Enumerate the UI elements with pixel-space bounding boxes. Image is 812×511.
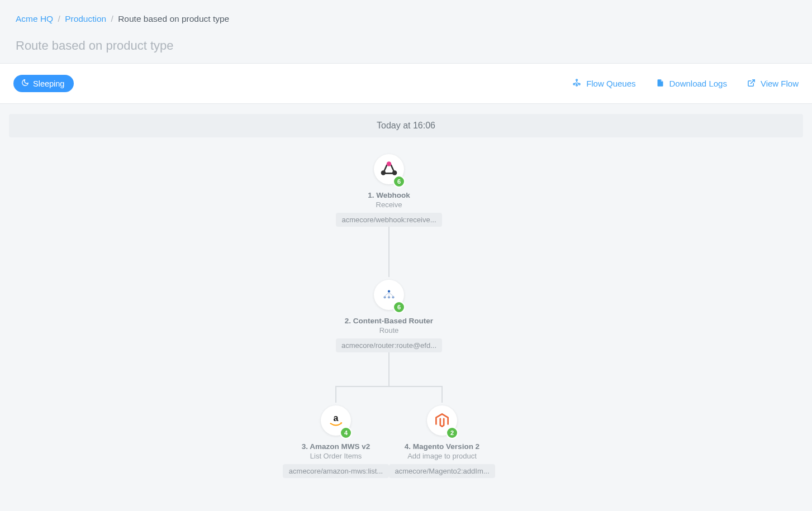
breadcrumb-current: Route based on product type [118, 14, 229, 23]
svg-line-4 [751, 79, 754, 83]
node-amazon[interactable]: a 4 3. Amazon MWS v2 List Order Items ac… [283, 405, 389, 478]
node-chip: acmecore/router:route@efd... [336, 338, 442, 352]
file-icon [656, 79, 664, 89]
node-title: 4. Magento Version 2 [389, 442, 495, 451]
magento-icon: 2 [427, 405, 457, 436]
count-badge: 6 [393, 175, 405, 188]
svg-text:a: a [334, 413, 339, 423]
count-badge: 6 [393, 301, 405, 313]
node-subtitle: Add image to product [389, 452, 495, 460]
svg-point-11 [392, 296, 394, 298]
flow-canvas: 6 1. Webhook Receive acmecore/webhook:re… [9, 143, 803, 500]
webhook-icon: 6 [374, 154, 404, 184]
svg-point-2 [578, 83, 580, 85]
count-badge: 4 [340, 427, 352, 439]
connector-line [388, 227, 390, 277]
external-link-icon [747, 79, 756, 89]
svg-point-7 [392, 170, 397, 175]
node-subtitle: Route [336, 326, 442, 335]
flow-queues-button[interactable]: Flow Queues [572, 78, 635, 89]
breadcrumb-sep: / [111, 14, 113, 23]
share-icon [572, 78, 581, 89]
svg-point-8 [388, 290, 390, 293]
timestamp-row: Today at 16:06 [9, 114, 803, 137]
node-chip: acmecore/amazon-mws:list... [283, 464, 389, 478]
moon-icon [21, 79, 29, 88]
node-title: 1. Webhook [336, 191, 442, 199]
node-chip: acmecore/webhook:receive... [336, 213, 442, 227]
svg-point-3 [576, 84, 578, 86]
connector-line [336, 386, 442, 387]
node-chip: acmecore/Magento2:addIm... [389, 464, 495, 478]
breadcrumb-org[interactable]: Acme HQ [16, 14, 53, 23]
node-webhook[interactable]: 6 1. Webhook Receive acmecore/webhook:re… [336, 154, 442, 227]
download-logs-button[interactable]: Download Logs [656, 79, 727, 89]
page-title: Route based on product type [16, 39, 796, 53]
toolbar: Sleeping Flow Queues Download Logs View … [0, 63, 812, 104]
svg-point-5 [387, 161, 392, 166]
connector-line [335, 386, 336, 403]
svg-point-1 [573, 83, 575, 85]
breadcrumb-env[interactable]: Production [65, 14, 106, 23]
svg-point-10 [388, 296, 390, 298]
svg-point-0 [576, 79, 578, 81]
view-flow-label: View Flow [761, 79, 799, 88]
node-title: 3. Amazon MWS v2 [283, 442, 389, 451]
svg-point-6 [381, 170, 386, 175]
node-title: 2. Content-Based Router [336, 317, 442, 325]
svg-point-9 [383, 296, 386, 298]
status-label: Sleeping [33, 79, 64, 88]
router-icon: 6 [374, 280, 404, 310]
breadcrumb-sep: / [58, 14, 60, 23]
flow-queues-label: Flow Queues [586, 79, 635, 88]
breadcrumb: Acme HQ / Production / Route based on pr… [16, 14, 796, 24]
connector-line [441, 386, 443, 403]
count-badge: 2 [446, 427, 458, 439]
status-pill[interactable]: Sleeping [13, 75, 74, 92]
node-subtitle: List Order Items [283, 452, 389, 460]
node-magento[interactable]: 2 4. Magento Version 2 Add image to prod… [389, 405, 495, 478]
node-subtitle: Receive [336, 200, 442, 209]
connector-line [388, 352, 390, 386]
amazon-icon: a 4 [321, 405, 351, 436]
view-flow-button[interactable]: View Flow [747, 79, 799, 89]
download-logs-label: Download Logs [669, 79, 727, 88]
node-router[interactable]: 6 2. Content-Based Router Route acmecore… [336, 280, 442, 352]
